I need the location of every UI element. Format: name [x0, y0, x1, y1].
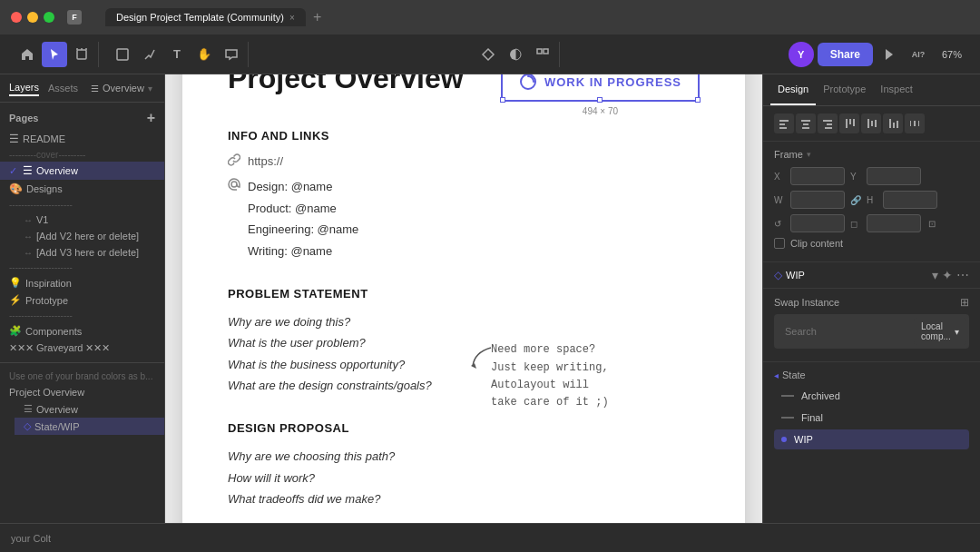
layers-tab[interactable]: Layers — [9, 80, 39, 96]
svg-rect-24 — [867, 119, 869, 128]
text-tool[interactable]: T — [164, 42, 190, 67]
layer-overview[interactable]: ✓ ☰ Overview — [0, 162, 164, 180]
layer-inspiration[interactable]: 💡 Inspiration — [0, 274, 164, 291]
align-bottom-button[interactable] — [883, 113, 903, 133]
inspect-tab[interactable]: Inspect — [873, 74, 919, 105]
align-left-button[interactable] — [774, 113, 794, 133]
pen-tool[interactable] — [137, 42, 162, 67]
multiplay-tool[interactable] — [530, 42, 555, 67]
overview-tab[interactable]: ☰ Overview ▾ — [91, 83, 152, 94]
state-final[interactable]: Final — [774, 408, 969, 428]
h-input[interactable]: 70 — [883, 191, 937, 209]
swap-search-input[interactable] — [785, 326, 910, 337]
toolbar: T ✋ Y Share AI? 67% — [0, 34, 980, 74]
corner-expand-icon[interactable]: ⊡ — [928, 219, 936, 229]
canvas-area: Project Overview — [165, 74, 762, 523]
align-top-button[interactable] — [839, 113, 859, 133]
frame-select-tool[interactable] — [69, 42, 94, 67]
minimize-button[interactable] — [27, 12, 38, 23]
component-icon: ◇ — [774, 269, 782, 281]
home-button[interactable] — [15, 42, 40, 67]
x-input[interactable]: 650 — [790, 167, 845, 185]
svg-rect-16 — [803, 123, 808, 125]
local-comp-dropdown[interactable]: Local comp... ▾ — [914, 318, 966, 345]
component-more-icon[interactable]: ⋯ — [956, 268, 969, 282]
assets-tab[interactable]: Assets — [48, 81, 78, 95]
state-wip[interactable]: WIP — [774, 429, 969, 449]
layer-designs[interactable]: 🎨 Designs — [0, 180, 164, 198]
layer-v3[interactable]: ↔ [Add V3 here or delete] — [15, 244, 164, 261]
frame-chevron-icon: ▾ — [807, 150, 811, 159]
layer-prototype[interactable]: ⚡ Prototype — [0, 291, 164, 309]
prototype-tab[interactable]: Prototype — [816, 74, 873, 105]
active-tab[interactable]: Design Project Template (Community) × — [105, 8, 306, 26]
hand-tool[interactable]: ✋ — [191, 42, 217, 67]
svg-rect-19 — [827, 123, 832, 125]
at-icon — [228, 178, 240, 193]
new-tab-button[interactable]: + — [313, 9, 321, 25]
tab-close-button[interactable]: × — [289, 13, 295, 23]
move-tool[interactable] — [42, 42, 67, 67]
layer-overview-sub[interactable]: ☰ Overview — [15, 400, 164, 418]
state-header: ◂ State — [774, 370, 969, 380]
design-tab[interactable]: Design — [770, 74, 816, 105]
close-button[interactable] — [11, 12, 22, 23]
info-links-title: INFO AND LINKS — [228, 129, 700, 143]
state-archived[interactable]: Archived — [774, 386, 969, 406]
clip-content-checkbox[interactable] — [774, 238, 785, 249]
lock-ratio-icon[interactable]: 🔗 — [850, 195, 861, 205]
svg-rect-4 — [117, 49, 128, 60]
state-chevron-icon[interactable]: ◂ — [774, 370, 779, 380]
archived-icon — [781, 395, 794, 397]
zoom-level[interactable]: 67% — [935, 45, 969, 64]
maximize-button[interactable] — [44, 12, 54, 23]
component-tool[interactable] — [475, 42, 501, 67]
rotation-input[interactable]: 0° — [790, 214, 845, 232]
window-controls[interactable] — [11, 12, 54, 23]
wip-size: 494 × 70 — [583, 106, 618, 116]
frame-tool[interactable] — [110, 42, 135, 67]
component-chevron-icon[interactable]: ▾ — [932, 268, 938, 282]
comment-tool[interactable] — [219, 42, 244, 67]
wip-badge-wrapper[interactable]: WORK IN PROGRESS 494 × 70 — [501, 74, 700, 102]
layer-brand-colors[interactable]: Use one of your brand colors as b... — [0, 369, 164, 384]
distribute-h-button[interactable] — [905, 113, 925, 133]
align-section — [763, 106, 980, 142]
share-button[interactable]: Share — [818, 43, 873, 66]
layer-project-overview[interactable]: Project Overview — [0, 384, 164, 400]
layer-v2[interactable]: ↔ [Add V2 here or delete] — [15, 228, 164, 244]
layer-readme[interactable]: ☰ README — [0, 130, 164, 148]
swap-instance-title: Swap Instance ⊞ — [774, 296, 969, 309]
svg-rect-29 — [897, 121, 898, 128]
user-avatar[interactable]: Y — [789, 42, 814, 67]
shape-tools: T ✋ — [106, 42, 249, 67]
y-input[interactable]: -1086 — [867, 167, 921, 185]
layer-state-wip[interactable]: ◇ State/WIP — [15, 418, 164, 435]
ai-button[interactable]: AI? — [906, 42, 931, 67]
layer-components[interactable]: 🧩 Components — [0, 322, 164, 340]
add-page-button[interactable]: + — [147, 110, 155, 126]
layer-v1[interactable]: ↔ V1 — [15, 212, 164, 228]
align-right-button[interactable] — [818, 113, 838, 133]
svg-rect-18 — [823, 120, 832, 122]
svg-rect-22 — [849, 119, 851, 124]
play-button[interactable] — [877, 42, 902, 67]
align-center-h-button[interactable] — [796, 113, 816, 133]
layer-graveyard[interactable]: ✕✕✕ Graveyard ✕✕✕ — [0, 340, 164, 357]
final-icon — [781, 417, 794, 419]
w-input[interactable]: 494 — [790, 191, 845, 209]
svg-rect-15 — [801, 120, 810, 122]
component-name: ◇ WIP — [774, 269, 805, 281]
overview-sub-icon: ☰ — [24, 403, 33, 415]
corner-input[interactable]: 221.88 — [867, 214, 921, 232]
layers-list: ☰ README ---------cover--------- ✓ ☰ Ove… — [0, 130, 164, 523]
https-text: https:// — [248, 154, 283, 168]
svg-rect-7 — [544, 49, 548, 54]
svg-rect-30 — [910, 121, 911, 126]
align-center-v-button[interactable] — [861, 113, 881, 133]
dark-mode-toggle[interactable] — [503, 42, 528, 67]
wip-badge[interactable]: WORK IN PROGRESS — [501, 74, 700, 102]
svg-rect-0 — [77, 50, 86, 59]
component-settings-icon[interactable]: ✦ — [942, 268, 953, 282]
swap-grid-icon[interactable]: ⊞ — [960, 296, 969, 309]
